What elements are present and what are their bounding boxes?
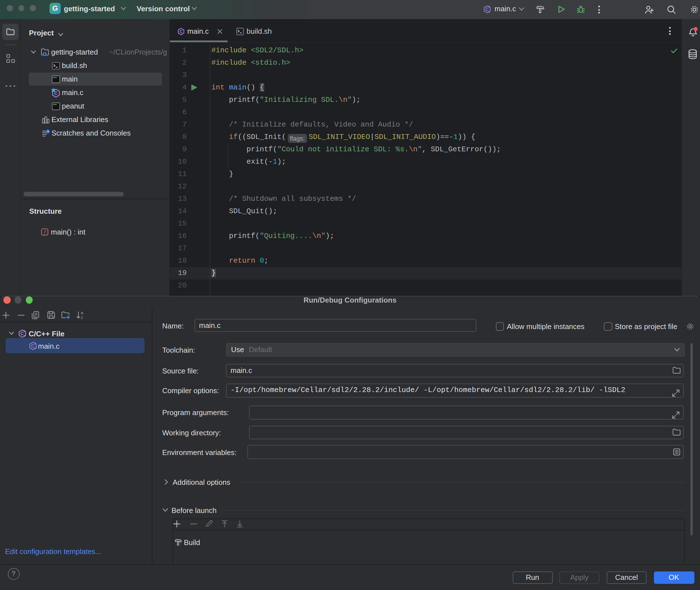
svg-text:C: C (31, 343, 34, 349)
svg-text:C: C (180, 29, 183, 33)
svg-text:z: z (81, 315, 83, 319)
svg-text:a: a (81, 310, 83, 315)
svg-text:C: C (485, 7, 489, 12)
svg-text:C: C (20, 331, 23, 336)
